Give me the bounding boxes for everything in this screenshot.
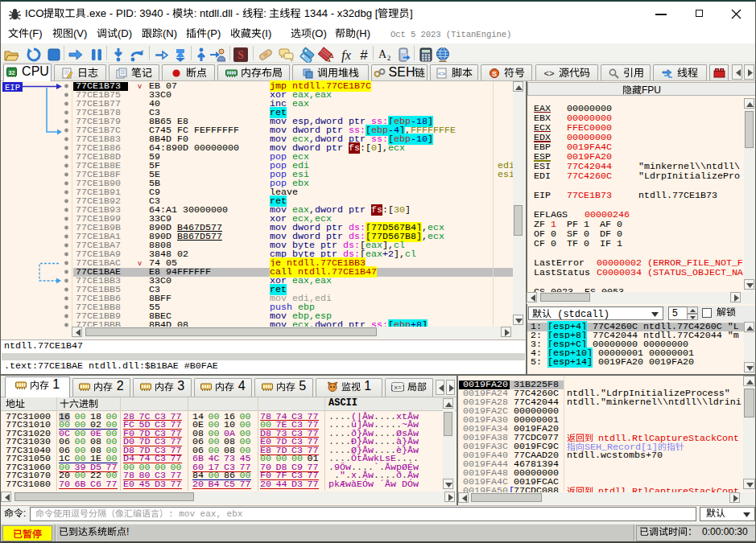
svg-text:<>: <> (543, 69, 554, 79)
svg-text:fx: fx (341, 48, 351, 63)
svg-text:2: 2 (387, 54, 391, 62)
svg-text:[x=]: [x=] (391, 384, 404, 391)
svg-text:#: # (360, 47, 368, 63)
svg-text:EIP: EIP (5, 83, 20, 93)
svg-text:S: S (491, 69, 496, 77)
svg-text:<>: <> (437, 70, 445, 77)
svg-text:32: 32 (9, 70, 15, 76)
svg-text:A: A (378, 48, 387, 60)
svg-text:S: S (238, 49, 244, 61)
